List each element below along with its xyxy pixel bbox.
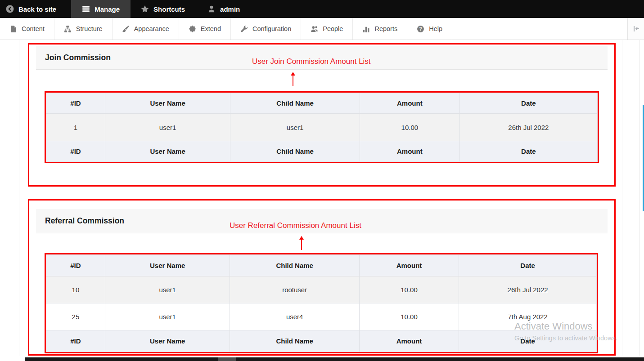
- col-header-user-name: User Name: [105, 93, 230, 114]
- toolbar-orientation-toggle[interactable]: [627, 18, 644, 40]
- menu-item-label: Extend: [201, 25, 221, 32]
- col-header-amount: Amount: [359, 255, 459, 276]
- content-right-divider: [622, 40, 622, 357]
- menu-item-content[interactable]: Content: [0, 18, 54, 40]
- cell-amount: 10.00: [359, 276, 459, 303]
- cell-child-name: user4: [230, 303, 359, 330]
- table-header-row: #ID User Name Child Name Amount Date: [46, 93, 598, 114]
- back-to-site-label: Back to site: [18, 5, 56, 13]
- col-footer-child-name: Child Name: [230, 330, 359, 352]
- manage-label: Manage: [95, 5, 120, 13]
- admin-menu-bar: Content Structure Appearance Extend Conf…: [0, 18, 644, 40]
- table-header-row: #ID User Name Child Name Amount Date: [46, 255, 597, 276]
- col-footer-date: Date: [459, 141, 597, 162]
- manage-tab[interactable]: Manage: [71, 0, 131, 18]
- referral-commission-title: Referral Commission: [36, 216, 124, 226]
- menu-item-label: Help: [429, 25, 442, 32]
- col-header-id: #ID: [46, 93, 105, 114]
- menu-item-label: People: [323, 25, 343, 32]
- menu-item-extend[interactable]: Extend: [179, 18, 231, 40]
- join-commission-table-wrap: #ID User Name Child Name Amount Date 1 u…: [45, 91, 599, 163]
- join-commission-title: Join Commission: [36, 53, 111, 62]
- col-footer-amount: Amount: [359, 330, 459, 352]
- col-header-date: Date: [459, 93, 597, 114]
- menu-item-structure[interactable]: Structure: [54, 18, 113, 40]
- question-icon: ?: [417, 25, 424, 33]
- back-arrow-icon: [6, 5, 14, 13]
- svg-text:?: ?: [419, 26, 422, 31]
- menu-item-appearance[interactable]: Appearance: [113, 18, 179, 40]
- referral-commission-table-wrap: #ID User Name Child Name Amount Date 10 …: [45, 253, 598, 353]
- table-footer-row: #ID User Name Child Name Amount Date: [46, 330, 597, 352]
- cell-id: 10: [46, 276, 105, 303]
- menu-item-people[interactable]: People: [301, 18, 353, 40]
- col-footer-id: #ID: [46, 141, 105, 162]
- puzzle-icon: [189, 25, 196, 33]
- admin-user-menu[interactable]: admin: [200, 0, 248, 18]
- table-footer-row: #ID User Name Child Name Amount Date: [46, 141, 598, 162]
- page-content: Join Commission User Join Commission Amo…: [0, 40, 644, 357]
- menu-item-label: Configuration: [252, 25, 291, 32]
- referral-commission-panel: Referral Commission User Referral Commis…: [28, 199, 616, 356]
- content-edge-divider: [639, 40, 640, 357]
- cell-child-name: user1: [230, 114, 360, 141]
- menu-item-label: Reports: [374, 25, 397, 32]
- sitemap-icon: [64, 25, 72, 33]
- menu-item-configuration[interactable]: Configuration: [231, 18, 301, 40]
- cell-amount: 10.00: [360, 114, 460, 141]
- cell-user-name: user1: [105, 114, 230, 141]
- col-footer-user-name: User Name: [105, 330, 230, 352]
- join-commission-table: #ID User Name Child Name Amount Date 1 u…: [46, 93, 598, 162]
- bar-chart-icon: [362, 25, 370, 33]
- cell-user-name: user1: [105, 276, 230, 303]
- admin-user-label: admin: [220, 5, 240, 13]
- cell-amount: 10.00: [359, 303, 459, 330]
- col-footer-child-name: Child Name: [230, 141, 360, 162]
- col-header-child-name: Child Name: [230, 93, 360, 114]
- table-row: 1 user1 user1 10.00 26th Jul 2022: [46, 114, 598, 141]
- cell-date: 26th Jul 2022: [459, 114, 597, 141]
- col-header-child-name: Child Name: [230, 255, 359, 276]
- wrench-icon: [240, 25, 248, 33]
- paintbrush-icon: [122, 25, 130, 33]
- menu-item-help[interactable]: ? Help: [407, 18, 452, 40]
- menu-item-reports[interactable]: Reports: [353, 18, 407, 40]
- col-header-id: #ID: [46, 255, 105, 276]
- star-icon: [141, 5, 149, 13]
- col-footer-date: Date: [459, 330, 597, 352]
- col-footer-id: #ID: [46, 330, 105, 352]
- table-row: 10 user1 rootuser 10.00 26th Jul 2022: [46, 276, 597, 303]
- document-icon: [9, 25, 17, 33]
- menu-item-label: Appearance: [134, 25, 169, 32]
- user-icon: [207, 5, 216, 13]
- join-commission-panel: Join Commission User Join Commission Amo…: [28, 43, 616, 187]
- referral-commission-table: #ID User Name Child Name Amount Date 10 …: [46, 254, 597, 352]
- cell-user-name: user1: [105, 303, 230, 330]
- menu-item-label: Content: [22, 25, 45, 32]
- people-icon: [311, 25, 318, 33]
- content-left-divider: [19, 40, 19, 357]
- cell-date: 7th Aug 2022: [459, 303, 597, 330]
- admin-toolbar: Back to site Manage Shortcuts admin: [0, 0, 644, 18]
- back-to-site-button[interactable]: Back to site: [0, 0, 64, 18]
- cell-child-name: rootuser: [230, 276, 359, 303]
- shortcuts-label: Shortcuts: [153, 5, 185, 13]
- col-footer-amount: Amount: [360, 141, 460, 162]
- screen: Back to site Manage Shortcuts admin: [0, 0, 644, 361]
- menu-item-label: Structure: [76, 25, 103, 32]
- horizontal-scrollbar-thumb[interactable]: [218, 357, 236, 361]
- cell-id: 25: [46, 303, 105, 330]
- cell-date: 26th Jul 2022: [459, 276, 597, 303]
- col-footer-user-name: User Name: [105, 141, 230, 162]
- col-header-date: Date: [459, 255, 597, 276]
- horizontal-scrollbar[interactable]: [25, 357, 644, 361]
- join-commission-annotation: User Join Commission Amount List: [252, 57, 371, 66]
- cell-id: 1: [46, 114, 105, 141]
- col-header-amount: Amount: [360, 93, 460, 114]
- annotation-arrow-icon: [293, 73, 293, 86]
- collapse-left-icon: [632, 25, 640, 32]
- annotation-arrow-icon: [301, 237, 302, 250]
- col-header-user-name: User Name: [105, 255, 230, 276]
- table-row: 25 user1 user4 10.00 7th Aug 2022: [46, 303, 597, 330]
- shortcuts-tab[interactable]: Shortcuts: [133, 0, 193, 18]
